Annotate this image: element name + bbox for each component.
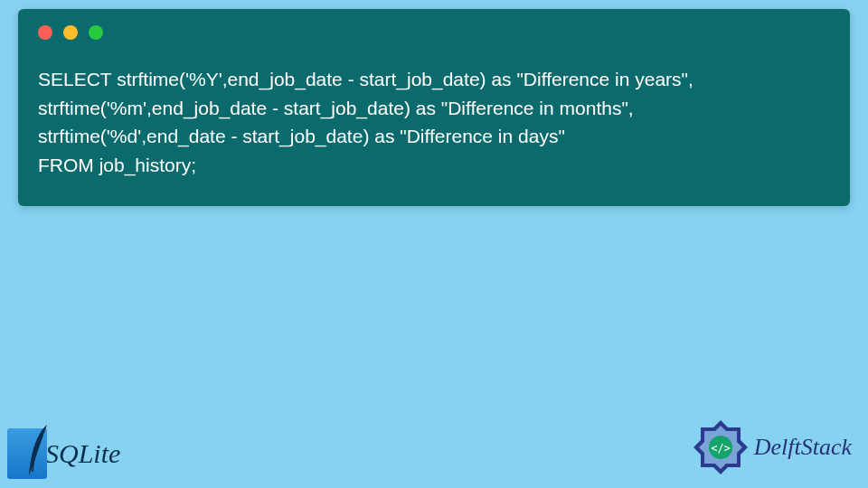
close-icon: [38, 25, 52, 40]
sqlite-logo: SQLite: [7, 428, 120, 479]
delftstack-text: DelftStack: [754, 434, 852, 461]
sqlite-square-icon: [7, 428, 47, 479]
minimize-icon: [63, 25, 78, 40]
maximize-icon: [89, 25, 103, 40]
code-block: SELECT strftime('%Y',end_job_date - star…: [38, 65, 830, 179]
delftstack-badge-icon: </>: [693, 419, 749, 475]
feather-icon: [20, 423, 56, 479]
code-window: SELECT strftime('%Y',end_job_date - star…: [18, 9, 850, 206]
code-line: strftime('%m',end_job_date - start_job_d…: [38, 98, 634, 118]
window-traffic-lights: [38, 25, 830, 40]
sqlite-text: SQLite: [45, 438, 120, 469]
code-line: FROM job_history;: [38, 155, 196, 175]
svg-text:</>: </>: [711, 442, 731, 455]
code-line: SELECT strftime('%Y',end_job_date - star…: [38, 69, 693, 89]
delftstack-logo: </> DelftStack: [693, 419, 852, 475]
code-line: strftime('%d',end_date - start_job_date)…: [38, 126, 565, 146]
